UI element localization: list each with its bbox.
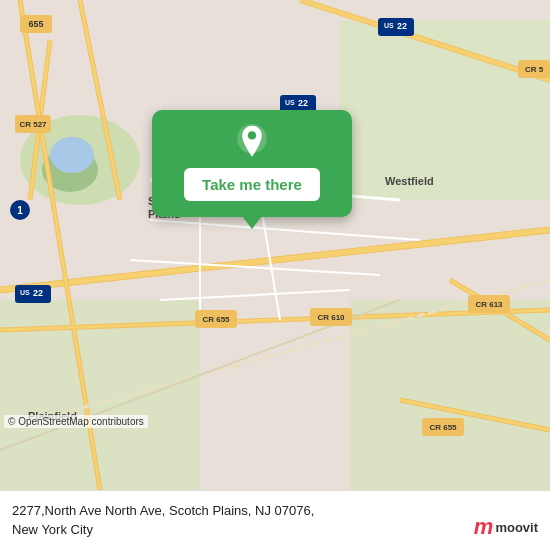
svg-text:1: 1 [17, 205, 23, 216]
moovit-m-letter: m [474, 514, 494, 540]
svg-text:CR 5: CR 5 [525, 65, 544, 74]
address-text: 2277,North Ave North Ave, Scotch Plains,… [12, 502, 538, 538]
svg-text:CR 610: CR 610 [317, 313, 345, 322]
svg-text:22: 22 [397, 21, 407, 31]
svg-text:22: 22 [298, 98, 308, 108]
bottom-bar: 2277,North Ave North Ave, Scotch Plains,… [0, 490, 550, 550]
svg-text:US: US [384, 22, 394, 29]
osm-attribution: © OpenStreetMap contributors [4, 415, 148, 428]
svg-text:22: 22 [33, 288, 43, 298]
svg-point-6 [50, 137, 94, 173]
svg-text:655: 655 [28, 19, 43, 29]
svg-text:CR 655: CR 655 [202, 315, 230, 324]
moovit-brand-text: moovit [495, 520, 538, 535]
svg-text:CR 613: CR 613 [475, 300, 503, 309]
take-me-there-button[interactable]: Take me there [184, 168, 320, 201]
svg-text:CR 527: CR 527 [19, 120, 47, 129]
moovit-logo: m moovit [474, 514, 538, 540]
svg-point-61 [248, 131, 256, 139]
svg-text:CR 655: CR 655 [429, 423, 457, 432]
svg-rect-4 [350, 300, 550, 490]
svg-text:Westfield: Westfield [385, 175, 434, 187]
location-pin-icon [234, 124, 270, 160]
svg-text:US: US [285, 99, 295, 106]
map-container: 655 US 22 US 22 CR 527 1 US 22 CR 655 CR… [0, 0, 550, 490]
svg-text:US: US [20, 289, 30, 296]
popup-card: Take me there [152, 110, 352, 217]
